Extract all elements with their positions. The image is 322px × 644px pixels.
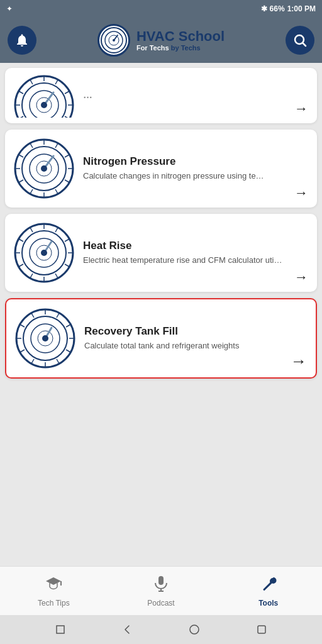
android-square-icon	[55, 625, 65, 635]
battery-text: 66%	[270, 4, 285, 13]
gauge-svg-heatrise	[13, 221, 75, 284]
svg-point-4	[113, 39, 115, 42]
android-home-icon	[189, 624, 200, 635]
time-text: 1:00 PM	[287, 4, 316, 13]
arrow-icon-partial: →	[294, 101, 308, 117]
nav-item-tools[interactable]: Tools	[214, 575, 322, 608]
nav-label-techtips: Tech Tips	[38, 599, 70, 608]
tagline-by: by Techs	[169, 44, 201, 52]
app-header: HVAC School For Techs by Techs	[0, 18, 322, 63]
nav-label-tools: Tools	[258, 599, 278, 608]
bottom-navigation: Tech Tips Podcast Tools	[0, 566, 322, 615]
android-square-btn[interactable]	[53, 623, 67, 636]
bluetooth-icon: ✱	[261, 4, 267, 13]
gauge-icon-nitrogen	[13, 137, 75, 200]
wifi-icon: ✦	[6, 4, 13, 13]
bell-icon	[14, 33, 30, 48]
arrow-icon-heatrise: →	[294, 269, 308, 286]
svg-rect-86	[258, 626, 265, 633]
logo-circle	[97, 24, 130, 57]
tool-card-recovery[interactable]: Recovery Tank Fill Calculate total tank …	[5, 298, 317, 379]
tool-card-nitrogen[interactable]: Nitrogen Pressure Calculate changes in n…	[5, 130, 317, 208]
gauge-svg-recovery	[14, 307, 77, 370]
nav-label-podcast: Podcast	[147, 599, 174, 608]
tool-title-nitrogen: Nitrogen Pressure	[83, 155, 309, 168]
mic-icon	[152, 575, 170, 596]
android-back-icon	[122, 624, 133, 635]
tool-desc-heatrise: Electric heat temperature rise and CFM c…	[83, 255, 309, 266]
tool-card-heatrise[interactable]: Heat Rise Electric heat temperature rise…	[5, 214, 317, 292]
gauge-icon-recovery	[14, 307, 77, 370]
android-home-btn[interactable]	[187, 623, 201, 636]
svg-rect-84	[57, 626, 64, 633]
status-right: ✱ 66% 1:00 PM	[261, 4, 316, 13]
svg-point-24	[41, 102, 47, 108]
arrow-icon-nitrogen: →	[294, 185, 308, 201]
tool-text-nitrogen: Nitrogen Pressure Calculate changes in n…	[83, 155, 309, 182]
svg-marker-79	[46, 577, 61, 585]
svg-rect-81	[158, 576, 164, 585]
nav-item-techtips[interactable]: Tech Tips	[0, 575, 108, 608]
tool-text-recovery: Recovery Tank Fill Calculate total tank …	[84, 325, 308, 352]
search-button[interactable]	[286, 26, 314, 55]
tool-text-heatrise: Heat Rise Electric heat temperature rise…	[83, 240, 309, 266]
tool-text-partial: …	[83, 89, 309, 103]
gauge-icon-heatrise	[13, 221, 75, 284]
svg-point-60	[41, 250, 47, 256]
app-logo: HVAC School For Techs by Techs	[97, 24, 225, 57]
tools-list: … →	[0, 63, 322, 566]
microphone-icon	[152, 575, 170, 592]
gauge-icon-partial	[13, 74, 75, 118]
app-name: HVAC School	[136, 29, 225, 44]
tool-title-heatrise: Heat Rise	[83, 240, 309, 252]
grad-cap-icon	[45, 575, 62, 592]
nav-item-podcast[interactable]: Podcast	[108, 575, 215, 608]
graduation-icon	[45, 575, 62, 596]
gauge-svg-partial	[13, 74, 75, 118]
svg-point-78	[42, 335, 48, 341]
wrench-icon	[260, 575, 277, 596]
tool-desc-recovery: Calculate total tank and refrigerant wei…	[84, 340, 308, 352]
gauge-svg-nitrogen	[13, 137, 75, 200]
status-bar: ✦ ✱ 66% 1:00 PM	[0, 0, 322, 18]
tool-card-partial[interactable]: … →	[5, 68, 317, 123]
logo-text: HVAC School For Techs by Techs	[136, 29, 225, 52]
status-left: ✦	[6, 4, 13, 13]
svg-point-42	[41, 165, 47, 172]
android-nav-bar	[0, 615, 322, 644]
svg-line-6	[303, 43, 306, 47]
arrow-icon-recovery: →	[291, 352, 307, 371]
app-tagline: For Techs by Techs	[136, 44, 225, 52]
tool-desc-nitrogen: Calculate changes in nitrogen pressure u…	[83, 170, 309, 182]
android-back-btn[interactable]	[121, 623, 135, 636]
android-recents-icon	[256, 624, 267, 635]
tool-wrench-icon	[260, 575, 277, 592]
svg-point-85	[190, 625, 199, 634]
tool-title-recovery: Recovery Tank Fill	[84, 325, 308, 338]
search-icon	[292, 33, 308, 48]
tagline-for: For Techs	[136, 44, 169, 52]
logo-gauge-svg	[100, 26, 128, 54]
notification-button[interactable]	[8, 26, 36, 55]
android-recents-btn[interactable]	[255, 623, 269, 636]
